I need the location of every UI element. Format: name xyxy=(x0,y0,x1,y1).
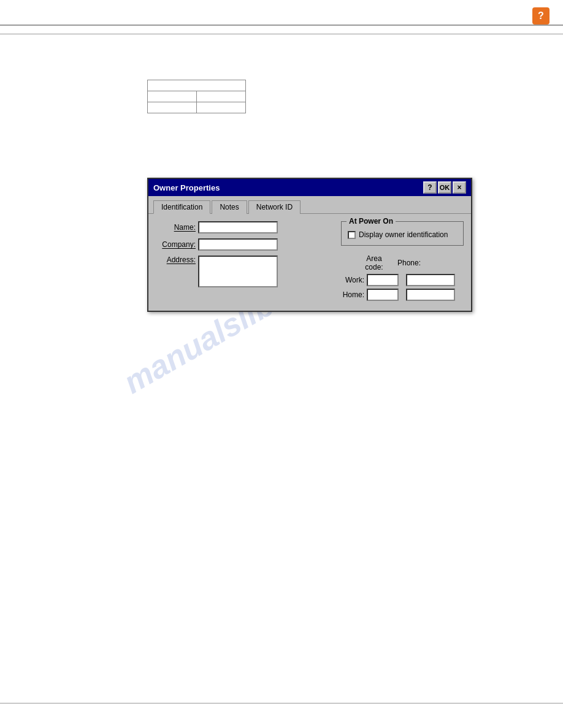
dialog-title: Owner Properties xyxy=(153,183,220,192)
dialog-body: Name: Company: Address: At Power O xyxy=(148,213,471,311)
name-row: Name: xyxy=(156,221,334,233)
top-rule xyxy=(0,25,563,26)
area-code-header: Area code: xyxy=(358,254,390,271)
bottom-rule xyxy=(0,703,563,703)
reference-table xyxy=(147,80,246,113)
dialog-tabs: Identification Notes Network ID xyxy=(148,196,471,213)
work-phone-input[interactable] xyxy=(406,274,455,286)
address-label: Address: xyxy=(156,256,196,264)
tab-notes[interactable]: Notes xyxy=(212,200,247,214)
display-owner-checkbox-row: Display owner identification xyxy=(348,230,457,239)
right-panel: At Power On Display owner identification… xyxy=(341,221,464,303)
work-phone-row: Work: xyxy=(341,274,464,286)
name-label: Name: xyxy=(156,223,196,232)
dialog-content: Name: Company: Address: At Power O xyxy=(156,221,464,303)
dialog-close-button[interactable]: × xyxy=(453,181,466,194)
address-row: Address: xyxy=(156,256,334,287)
home-phone-input[interactable] xyxy=(406,289,455,301)
dialog-help-button[interactable]: ? xyxy=(423,181,437,194)
tab-network-id[interactable]: Network ID xyxy=(248,200,301,214)
home-label: Home: xyxy=(341,290,364,299)
top-rule2 xyxy=(0,34,563,34)
address-input[interactable] xyxy=(198,256,278,287)
phone-header-label: Phone: xyxy=(397,259,446,267)
dialog-titlebar: Owner Properties ? OK × xyxy=(148,179,471,196)
dialog-controls: ? OK × xyxy=(423,181,466,194)
work-area-code-input[interactable] xyxy=(367,274,399,286)
dialog-ok-button[interactable]: OK xyxy=(438,181,451,194)
company-label: Company: xyxy=(156,240,196,249)
owner-properties-dialog: Owner Properties ? OK × Identification N… xyxy=(147,178,472,312)
identification-form: Name: Company: Address: xyxy=(156,221,334,303)
display-owner-label: Display owner identification xyxy=(359,230,448,239)
tab-identification[interactable]: Identification xyxy=(153,200,210,214)
at-power-on-legend: At Power On xyxy=(347,217,396,226)
home-area-code-input[interactable] xyxy=(367,289,399,301)
phone-section: Area code: Phone: Work: Home: xyxy=(341,254,464,301)
at-power-on-group: At Power On Display owner identification xyxy=(341,221,464,246)
display-owner-checkbox[interactable] xyxy=(348,231,356,239)
home-phone-row: Home: xyxy=(341,289,464,301)
company-input[interactable] xyxy=(198,238,278,251)
page-help-icon[interactable]: ? xyxy=(532,7,550,25)
company-row: Company: xyxy=(156,238,334,251)
name-input[interactable] xyxy=(198,221,278,233)
work-label: Work: xyxy=(341,276,364,284)
phone-header: Area code: Phone: xyxy=(341,254,464,271)
